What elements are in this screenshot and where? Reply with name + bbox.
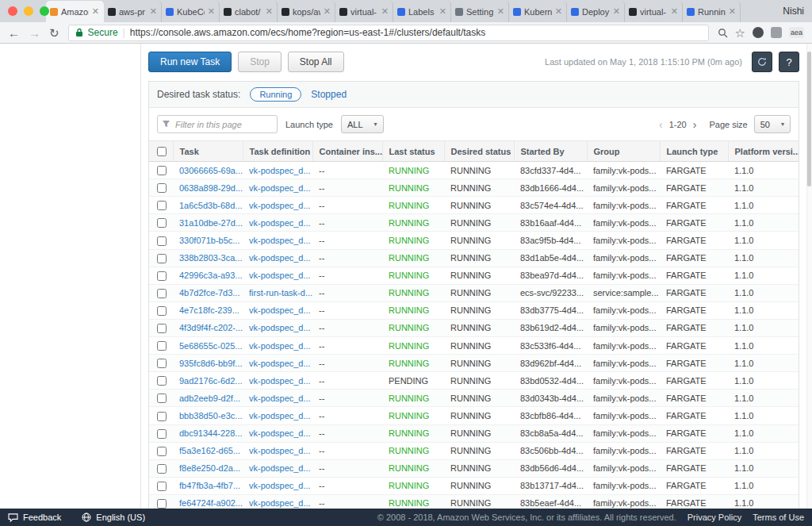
- task-definition-link[interactable]: vk-podspec_d...: [249, 183, 311, 193]
- task-definition-link[interactable]: first-run-task-d...: [249, 288, 312, 298]
- browser-tab[interactable]: virtual- ✕: [625, 1, 683, 22]
- tab-close-icon[interactable]: ✕: [266, 7, 273, 16]
- row-checkbox[interactable]: [157, 306, 167, 316]
- task-definition-link[interactable]: vk-podspec_d...: [249, 411, 311, 420]
- table-row[interactable]: 338b2803-3ca... vk-podspec_d... -- RUNNI…: [149, 249, 799, 267]
- task-link[interactable]: 935fc8d6-bb9f...: [179, 359, 243, 368]
- task-link[interactable]: fb47fb3a-4fb7...: [179, 481, 240, 490]
- next-page-icon[interactable]: ›: [693, 119, 697, 130]
- task-link[interactable]: 1a6c5d3b-68d...: [179, 201, 243, 210]
- stop-button[interactable]: Stop: [238, 52, 282, 72]
- table-row[interactable]: 1a6c5d3b-68d... vk-podspec_d... -- RUNNI…: [149, 197, 799, 214]
- forward-icon[interactable]: →: [29, 27, 40, 39]
- scrollbar-thumb[interactable]: [807, 52, 811, 186]
- column-header[interactable]: Task: [173, 141, 243, 162]
- help-button[interactable]: ?: [779, 52, 799, 72]
- browser-profile-name[interactable]: Nishi: [783, 6, 804, 17]
- task-definition-link[interactable]: vk-podspec_d...: [249, 394, 311, 403]
- task-link[interactable]: 42996c3a-a93...: [179, 271, 243, 280]
- browser-tab[interactable]: Kubern ✕: [509, 1, 567, 22]
- task-link[interactable]: 0638a898-29d...: [179, 183, 243, 193]
- column-header[interactable]: Platform versi...: [728, 141, 799, 162]
- task-link[interactable]: fe64724f-a902...: [179, 498, 243, 508]
- table-row[interactable]: f5a3e162-d65... vk-podspec_d... -- RUNNI…: [149, 442, 799, 459]
- table-row[interactable]: 5e68655c-025... vk-podspec_d... -- RUNNI…: [149, 337, 799, 355]
- url-omnibox[interactable]: Secure | https://console.aws.amazon.com/…: [68, 25, 709, 41]
- fullscreen-window-button[interactable]: [40, 6, 49, 16]
- table-row[interactable]: 4e7c18fc-239... vk-podspec_d... -- RUNNI…: [149, 301, 799, 319]
- column-header[interactable]: Task definition: [243, 141, 312, 162]
- prev-page-icon[interactable]: ‹: [659, 119, 663, 130]
- table-row[interactable]: 330f071b-b5c... vk-podspec_d... -- RUNNI…: [149, 232, 799, 249]
- select-all-checkbox[interactable]: [157, 147, 167, 156]
- tab-close-icon[interactable]: ✕: [497, 7, 504, 16]
- task-link[interactable]: 4f3d9f4f-c202-...: [179, 323, 243, 332]
- table-row[interactable]: 9ad2176c-6d2... vk-podspec_d... -- PENDI…: [149, 372, 799, 390]
- browser-tab[interactable]: Amazon ✕: [46, 1, 104, 22]
- row-checkbox[interactable]: [157, 166, 167, 175]
- task-link[interactable]: 5e68655c-025...: [179, 341, 243, 351]
- table-row[interactable]: 4f3d9f4f-c202-... vk-podspec_d... -- RUN…: [149, 319, 799, 336]
- table-row[interactable]: fb47fb3a-4fb7... vk-podspec_d... -- RUNN…: [149, 477, 799, 494]
- task-definition-link[interactable]: vk-podspec_d...: [249, 446, 311, 455]
- row-checkbox[interactable]: [157, 376, 167, 386]
- task-definition-link[interactable]: vk-podspec_d...: [249, 236, 311, 245]
- back-icon[interactable]: ←: [8, 27, 20, 39]
- row-checkbox[interactable]: [157, 429, 167, 439]
- tab-close-icon[interactable]: ✕: [671, 7, 678, 16]
- task-definition-link[interactable]: vk-podspec_d...: [249, 481, 311, 490]
- bookmark-star-icon[interactable]: ☆: [735, 27, 745, 39]
- feedback-button[interactable]: Feedback: [8, 513, 61, 522]
- row-checkbox[interactable]: [157, 271, 167, 281]
- browser-tab[interactable]: kops/aw ✕: [278, 1, 335, 22]
- row-checkbox[interactable]: [157, 447, 167, 456]
- table-row[interactable]: 0638a898-29d... vk-podspec_d... -- RUNNI…: [149, 179, 799, 197]
- tab-close-icon[interactable]: ✕: [381, 7, 389, 16]
- minimize-window-button[interactable]: [24, 6, 33, 16]
- task-definition-link[interactable]: vk-podspec_d...: [249, 201, 311, 210]
- browser-tab[interactable]: virtual- ✕: [335, 1, 393, 22]
- column-header[interactable]: Desired status: [444, 141, 514, 162]
- table-row[interactable]: adb2eeb9-d2f... vk-podspec_d... -- RUNNI…: [149, 390, 799, 407]
- row-checkbox[interactable]: [157, 499, 167, 509]
- row-checkbox[interactable]: [157, 394, 167, 403]
- row-checkbox[interactable]: [157, 482, 167, 491]
- task-definition-link[interactable]: vk-podspec_d...: [249, 376, 311, 386]
- task-link[interactable]: f5a3e162-d65...: [179, 446, 240, 455]
- task-link[interactable]: 4b7d2fce-7d3...: [179, 288, 239, 298]
- table-row[interactable]: f8e8e250-d2a... vk-podspec_d... -- RUNNI…: [149, 459, 799, 477]
- close-window-button[interactable]: [8, 6, 17, 16]
- task-definition-link[interactable]: vk-podspec_d...: [249, 498, 311, 508]
- table-row[interactable]: bbb38d50-e3c... vk-podspec_d... -- RUNNI…: [149, 407, 799, 424]
- terms-of-use-link[interactable]: Terms of Use: [753, 513, 804, 522]
- row-checkbox[interactable]: [157, 236, 167, 246]
- task-definition-link[interactable]: vk-podspec_d...: [249, 359, 311, 368]
- tab-close-icon[interactable]: ✕: [439, 7, 446, 16]
- status-filter-stopped[interactable]: Stopped: [311, 89, 347, 100]
- stop-all-button[interactable]: Stop All: [288, 52, 344, 72]
- reload-icon[interactable]: ↻: [49, 27, 59, 39]
- tab-close-icon[interactable]: ✕: [555, 7, 562, 16]
- table-row[interactable]: 03066665-69a... vk-podspec_d... -- RUNNI…: [149, 162, 799, 179]
- row-checkbox[interactable]: [157, 289, 167, 298]
- table-row[interactable]: 31a10dbe-27d... vk-podspec_d... -- RUNNI…: [149, 214, 799, 232]
- filter-input[interactable]: [157, 115, 278, 133]
- page-scrollbar[interactable]: [806, 44, 812, 509]
- column-header[interactable]: Started By: [514, 141, 587, 162]
- row-checkbox[interactable]: [157, 201, 167, 210]
- task-definition-link[interactable]: vk-podspec_d...: [249, 341, 311, 351]
- column-header[interactable]: Last status: [382, 141, 444, 162]
- browser-tab[interactable]: Setting ✕: [451, 1, 509, 22]
- browser-tab[interactable]: KubeCo ✕: [162, 1, 220, 22]
- task-definition-link[interactable]: vk-podspec_d...: [249, 463, 311, 473]
- task-link[interactable]: 31a10dbe-27d...: [179, 218, 243, 228]
- privacy-policy-link[interactable]: Privacy Policy: [688, 513, 741, 522]
- language-selector[interactable]: English (US): [82, 513, 145, 522]
- task-link[interactable]: adb2eeb9-d2f...: [179, 394, 240, 403]
- task-definition-link[interactable]: vk-podspec_d...: [249, 166, 311, 175]
- extension-badge-icon[interactable]: aea: [789, 27, 804, 38]
- table-row[interactable]: 935fc8d6-bb9f... vk-podspec_d... -- RUNN…: [149, 355, 799, 372]
- row-checkbox[interactable]: [157, 254, 167, 263]
- launch-type-select[interactable]: ALL ▾: [341, 115, 384, 133]
- task-link[interactable]: 03066665-69a...: [179, 166, 243, 175]
